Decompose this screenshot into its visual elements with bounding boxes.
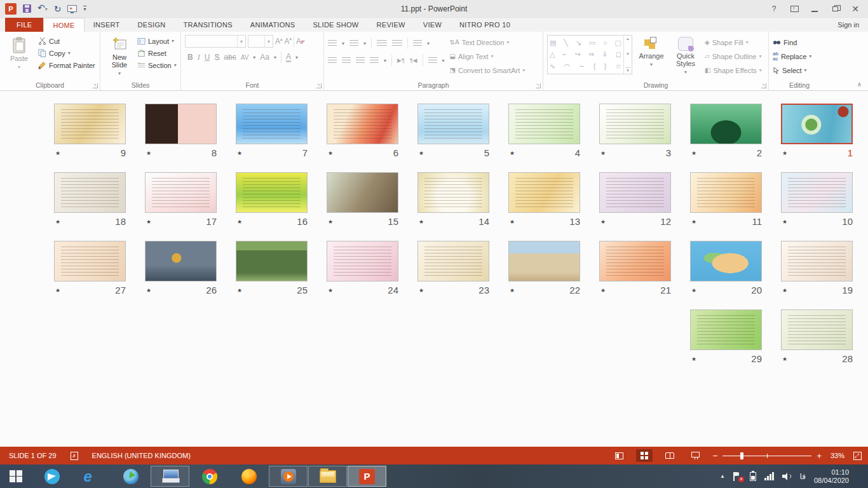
- taskbar-idm-button[interactable]: [111, 466, 150, 487]
- transition-star-icon[interactable]: ★: [54, 287, 60, 294]
- justify-icon[interactable]: [370, 57, 379, 64]
- tab-file[interactable]: FILE: [5, 18, 43, 32]
- font-dialog-launcher[interactable]: [316, 83, 322, 88]
- slide-counter[interactable]: SLIDE 1 OF 29: [9, 452, 57, 459]
- font-color-button[interactable]: A: [286, 53, 291, 62]
- taskbar-ie-button[interactable]: e: [72, 466, 111, 487]
- slide-thumbnail-14[interactable]: [417, 172, 489, 213]
- network-signal-icon[interactable]: [764, 472, 774, 480]
- transition-star-icon[interactable]: ★: [145, 287, 151, 294]
- layout-button[interactable]: Layout▾: [137, 35, 177, 47]
- align-left-icon[interactable]: [328, 57, 337, 64]
- font-size-combo[interactable]: ▼: [248, 35, 273, 48]
- replace-button[interactable]: abac Replace▾: [773, 50, 827, 62]
- slide-thumbnail-10[interactable]: [781, 172, 853, 213]
- transition-star-icon[interactable]: ★: [145, 150, 151, 156]
- undo-icon[interactable]: ↶▾: [37, 3, 48, 14]
- slide-thumbnail-1[interactable]: [781, 104, 853, 144]
- battery-icon[interactable]: [750, 472, 756, 481]
- taskbar-chrome-button[interactable]: [190, 466, 229, 487]
- shapes-gallery-scrollbar[interactable]: ▲▼▼: [623, 36, 632, 74]
- columns-icon[interactable]: [428, 57, 437, 64]
- underline-button[interactable]: U: [205, 53, 210, 62]
- slide-thumbnail-25[interactable]: [236, 241, 308, 281]
- transition-star-icon[interactable]: ★: [327, 287, 333, 294]
- slide-thumbnail-20[interactable]: [690, 241, 762, 281]
- collapse-ribbon-icon[interactable]: ∧: [857, 81, 862, 88]
- font-name-combo[interactable]: ▼: [185, 35, 246, 48]
- fit-slide-to-window-icon[interactable]: [853, 452, 862, 460]
- decrease-font-size-icon[interactable]: A▾: [285, 37, 292, 46]
- text-direction-button[interactable]: ⇅AText Direction▾: [450, 36, 526, 48]
- taskbar-ppt-button[interactable]: P: [348, 466, 386, 487]
- quick-styles-button[interactable]: Quick Styles▾: [670, 35, 701, 80]
- numbering-icon[interactable]: [349, 40, 358, 46]
- slide-thumbnail-7[interactable]: [236, 104, 308, 144]
- increase-font-size-icon[interactable]: A▴: [275, 37, 283, 46]
- slideshow-view-button[interactable]: [687, 449, 703, 462]
- tab-insert[interactable]: INSERT: [85, 18, 129, 32]
- find-button[interactable]: Find: [773, 36, 827, 48]
- taskbar-explorer-button[interactable]: [308, 466, 347, 487]
- hidden-icons-arrow[interactable]: ▲: [720, 473, 725, 479]
- close-button[interactable]: ✕: [846, 2, 864, 16]
- slide-thumbnail-8[interactable]: [145, 104, 217, 144]
- transition-star-icon[interactable]: ★: [781, 219, 787, 225]
- slide-thumbnail-22[interactable]: [508, 241, 580, 281]
- shapes-gallery[interactable]: ▤╲↘▭○▢ △⌐↪⇒⇓◻ ∿◠∼{}☆ ▲▼▼: [547, 35, 632, 74]
- transition-star-icon[interactable]: ★: [599, 287, 606, 294]
- convert-to-smartart-button[interactable]: ⬔Convert to SmartArt▾: [450, 64, 526, 76]
- ltr-direction-icon[interactable]: ▶¶: [397, 57, 405, 64]
- reading-view-button[interactable]: [661, 449, 678, 462]
- align-text-button[interactable]: ⬓Align Text▾: [450, 50, 526, 62]
- shape-effects-button[interactable]: ◧Shape Effects▾: [705, 64, 762, 76]
- transition-star-icon[interactable]: ★: [508, 150, 515, 156]
- transition-star-icon[interactable]: ★: [690, 219, 696, 225]
- slide-thumbnail-23[interactable]: [417, 241, 489, 281]
- increase-indent-icon[interactable]: [392, 40, 402, 46]
- transition-star-icon[interactable]: ★: [781, 356, 787, 362]
- arrange-button[interactable]: Arrange▾: [636, 35, 667, 80]
- tab-review[interactable]: REVIEW: [368, 18, 414, 32]
- zoom-out-button[interactable]: −: [712, 451, 717, 461]
- zoom-level[interactable]: 33%: [831, 452, 844, 459]
- slide-thumbnail-24[interactable]: [327, 241, 398, 281]
- character-spacing-button[interactable]: AV: [241, 54, 249, 61]
- new-slide-button[interactable]: New Slide▾: [104, 35, 135, 80]
- slide-thumbnail-9[interactable]: [54, 104, 126, 144]
- clock[interactable]: 01:10 08/04/2020: [814, 468, 849, 485]
- clipboard-dialog-launcher[interactable]: [93, 83, 98, 88]
- taskbar-start-button[interactable]: [0, 464, 32, 488]
- slide-thumbnail-13[interactable]: [508, 172, 580, 213]
- slide-thumbnail-19[interactable]: [781, 241, 853, 281]
- tab-transitions[interactable]: TRANSITIONS: [175, 18, 241, 32]
- transition-star-icon[interactable]: ★: [599, 150, 606, 156]
- slide-thumbnail-12[interactable]: [599, 172, 671, 213]
- align-right-icon[interactable]: [356, 57, 365, 64]
- bold-button[interactable]: B: [187, 53, 193, 62]
- tab-view[interactable]: VIEW: [414, 18, 451, 32]
- transition-star-icon[interactable]: ★: [690, 356, 696, 362]
- select-button[interactable]: Select▾: [773, 64, 827, 76]
- bullets-icon[interactable]: [328, 40, 337, 46]
- transition-star-icon[interactable]: ★: [417, 219, 424, 225]
- transition-star-icon[interactable]: ★: [781, 287, 787, 294]
- transition-star-icon[interactable]: ★: [417, 150, 424, 156]
- transition-star-icon[interactable]: ★: [417, 287, 424, 294]
- shape-fill-button[interactable]: ◈Shape Fill▾: [705, 36, 762, 48]
- help-icon[interactable]: ?: [765, 2, 783, 16]
- decrease-indent-icon[interactable]: [377, 40, 387, 46]
- format-painter-button[interactable]: Format Painter: [38, 59, 95, 71]
- ribbon-display-options-icon[interactable]: [785, 2, 803, 16]
- rtl-direction-icon[interactable]: ¶◀: [410, 57, 417, 64]
- transition-star-icon[interactable]: ★: [54, 219, 60, 225]
- slide-thumbnail-11[interactable]: [690, 172, 762, 213]
- transition-star-icon[interactable]: ★: [508, 287, 515, 294]
- transition-star-icon[interactable]: ★: [327, 219, 333, 225]
- taskbar-kmp-button[interactable]: [269, 466, 308, 487]
- italic-button[interactable]: I: [198, 53, 200, 62]
- redo-icon[interactable]: ↻: [54, 4, 62, 13]
- slide-thumbnail-15[interactable]: [327, 172, 398, 213]
- paragraph-dialog-launcher[interactable]: [536, 83, 541, 88]
- clear-formatting-icon[interactable]: A◤: [296, 37, 305, 46]
